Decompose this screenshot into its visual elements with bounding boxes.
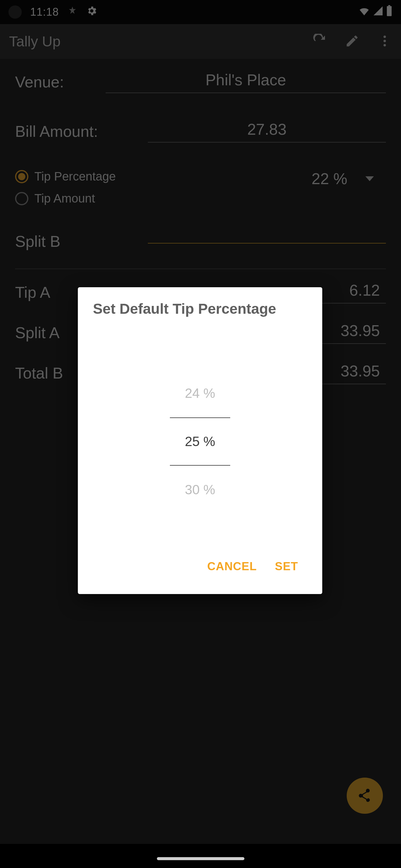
picker-option-next[interactable]: 30 % bbox=[170, 466, 230, 514]
dialog-title: Set Default Tip Percentage bbox=[93, 301, 307, 317]
gesture-nav-pill[interactable] bbox=[157, 857, 245, 860]
picker-option-prev[interactable]: 24 % bbox=[170, 369, 230, 417]
cancel-button[interactable]: CANCEL bbox=[207, 560, 257, 573]
dialog-actions: CANCEL SET bbox=[93, 548, 307, 588]
set-button[interactable]: SET bbox=[275, 560, 298, 573]
picker-option-selected[interactable]: 25 % bbox=[170, 417, 230, 466]
tip-percentage-picker[interactable]: 24 % 25 % 30 % bbox=[93, 335, 307, 548]
default-tip-dialog: Set Default Tip Percentage 24 % 25 % 30 … bbox=[78, 287, 322, 594]
